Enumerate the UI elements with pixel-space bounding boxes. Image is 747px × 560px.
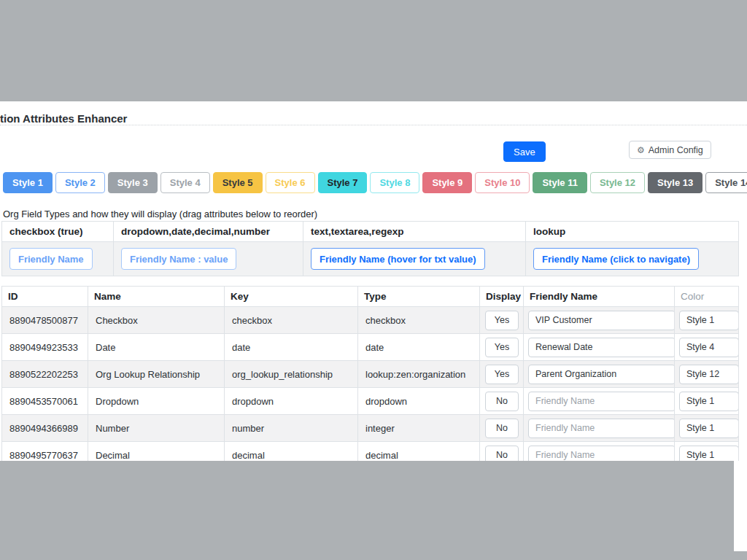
- color-style-select[interactable]: Style 1: [679, 419, 739, 438]
- header-friendly-name: Friendly Name: [524, 287, 675, 307]
- style-button-4[interactable]: Style 4: [160, 172, 210, 193]
- color-style-select[interactable]: Style 4: [679, 338, 739, 357]
- style-button-9[interactable]: Style 9: [422, 172, 472, 193]
- header-type: Type: [358, 287, 480, 307]
- display-toggle-button[interactable]: Yes: [485, 311, 519, 330]
- friendly-name-cell: [524, 307, 675, 334]
- friendly-name-input[interactable]: [528, 338, 675, 357]
- style-button-5[interactable]: Style 5: [213, 172, 263, 193]
- display-cell: No: [480, 415, 524, 442]
- display-cell: Yes: [480, 361, 524, 388]
- name-cell: Org Lookup Relationship: [88, 361, 225, 388]
- display-toggle-button[interactable]: No: [485, 392, 519, 411]
- page-title: tion Attributes Enhancer: [0, 112, 127, 125]
- field-types-header-row: checkbox (true)dropdown,date,decimal,num…: [2, 222, 739, 242]
- scrollbar-track[interactable]: [734, 461, 747, 551]
- field-types-caption: Org Field Types and how they will displa…: [3, 209, 317, 219]
- key-cell: number: [225, 415, 358, 442]
- friendly-name-cell: [524, 415, 675, 442]
- key-cell: date: [225, 334, 358, 361]
- friendly-name-input[interactable]: [528, 392, 675, 411]
- friendly-name-input[interactable]: [528, 311, 675, 330]
- style-button-2[interactable]: Style 2: [55, 172, 105, 193]
- style-button-3[interactable]: Style 3: [108, 172, 158, 193]
- type-cell: date: [358, 334, 480, 361]
- attributes-table: ID Name Key Type Display Friendly Name C…: [1, 286, 739, 469]
- color-cell: Style 1: [675, 307, 739, 334]
- field-type-header: text,textarea,regexp: [303, 222, 526, 242]
- friendly-name-cell: [524, 361, 675, 388]
- field-type-cell: Friendly Name : value: [114, 242, 303, 276]
- style-button-1[interactable]: Style 1: [3, 172, 53, 193]
- desktop-background-bottom: [0, 461, 747, 560]
- type-cell: lookup:zen:organization: [358, 361, 480, 388]
- color-style-select[interactable]: Style 1: [679, 311, 739, 330]
- field-type-header: lookup: [526, 222, 739, 242]
- friendly-name-style-button[interactable]: Friendly Name (click to navigate): [533, 248, 699, 270]
- screen: tion Attributes Enhancer Save ⚙ Admin Co…: [0, 0, 747, 560]
- header-name: Name: [88, 287, 225, 307]
- field-type-header: dropdown,date,decimal,number: [114, 222, 303, 242]
- key-cell: dropdown: [225, 388, 358, 415]
- friendly-name-cell: [524, 334, 675, 361]
- display-toggle-button[interactable]: Yes: [485, 338, 519, 357]
- style-button-6[interactable]: Style 6: [266, 172, 315, 193]
- display-toggle-button[interactable]: Yes: [485, 365, 519, 384]
- id-cell: 8890522202253: [2, 361, 88, 388]
- type-cell: dropdown: [358, 388, 480, 415]
- color-cell: Style 4: [675, 334, 739, 361]
- attributes-table-body: 8890478500877CheckboxcheckboxcheckboxYes…: [2, 307, 739, 469]
- field-types-button-row: Friendly NameFriendly Name : valueFriend…: [2, 242, 739, 276]
- style-button-12[interactable]: Style 12: [590, 172, 645, 193]
- name-cell: Date: [88, 334, 225, 361]
- table-row[interactable]: 8890494923533DatedatedateYesStyle 4: [2, 334, 739, 361]
- key-cell: checkbox: [225, 307, 358, 334]
- display-cell: No: [480, 388, 524, 415]
- display-toggle-button[interactable]: No: [485, 419, 519, 438]
- key-cell: org_lookup_relationship: [225, 361, 358, 388]
- style-button-10[interactable]: Style 10: [475, 172, 530, 193]
- color-cell: Style 1: [675, 388, 739, 415]
- table-row[interactable]: 8890478500877CheckboxcheckboxcheckboxYes…: [2, 307, 739, 334]
- color-style-select[interactable]: Style 12: [679, 365, 739, 384]
- friendly-name-style-button[interactable]: Friendly Name: [9, 248, 93, 270]
- admin-config-label: Admin Config: [649, 145, 703, 155]
- save-button[interactable]: Save: [503, 141, 546, 162]
- name-cell: Dropdown: [88, 388, 225, 415]
- field-type-cell: Friendly Name (hover for txt value): [303, 242, 526, 276]
- header-display: Display: [480, 287, 524, 307]
- id-cell: 8890494366989: [2, 415, 88, 442]
- title-divider: [0, 125, 747, 125]
- header-color: Color: [675, 287, 739, 307]
- id-cell: 8890478500877: [2, 307, 88, 334]
- table-row[interactable]: 8890453570061DropdowndropdowndropdownNoS…: [2, 388, 739, 415]
- style-switcher-row: Style 1Style 2Style 3Style 4Style 5Style…: [3, 172, 747, 193]
- color-style-select[interactable]: Style 1: [679, 392, 739, 411]
- type-cell: checkbox: [358, 307, 480, 334]
- style-button-13[interactable]: Style 13: [648, 172, 703, 193]
- admin-config-button[interactable]: ⚙ Admin Config: [629, 141, 711, 159]
- field-type-header: checkbox (true): [2, 222, 114, 242]
- friendly-name-input[interactable]: [528, 419, 675, 438]
- header-id: ID: [2, 287, 88, 307]
- color-cell: Style 1: [675, 415, 739, 442]
- friendly-name-style-button[interactable]: Friendly Name (hover for txt value): [311, 248, 485, 270]
- name-cell: Checkbox: [88, 307, 225, 334]
- table-row[interactable]: 8890522202253Org Lookup Relationshiporg_…: [2, 361, 739, 388]
- type-cell: integer: [358, 415, 480, 442]
- gear-icon: ⚙: [637, 146, 645, 155]
- display-cell: Yes: [480, 307, 524, 334]
- attributes-header-row: ID Name Key Type Display Friendly Name C…: [2, 287, 739, 307]
- field-type-cell: Friendly Name: [2, 242, 114, 276]
- style-button-14[interactable]: Style 14: [705, 172, 747, 193]
- style-button-7[interactable]: Style 7: [318, 172, 368, 193]
- friendly-name-style-button[interactable]: Friendly Name : value: [121, 248, 236, 270]
- id-cell: 8890494923533: [2, 334, 88, 361]
- style-button-11[interactable]: Style 11: [533, 172, 587, 193]
- field-types-table: checkbox (true)dropdown,date,decimal,num…: [1, 221, 739, 276]
- desktop-background-top: [0, 0, 747, 101]
- friendly-name-input[interactable]: [528, 365, 675, 384]
- table-row[interactable]: 8890494366989NumbernumberintegerNoStyle …: [2, 415, 739, 442]
- style-button-8[interactable]: Style 8: [370, 172, 419, 193]
- id-cell: 8890453570061: [2, 388, 88, 415]
